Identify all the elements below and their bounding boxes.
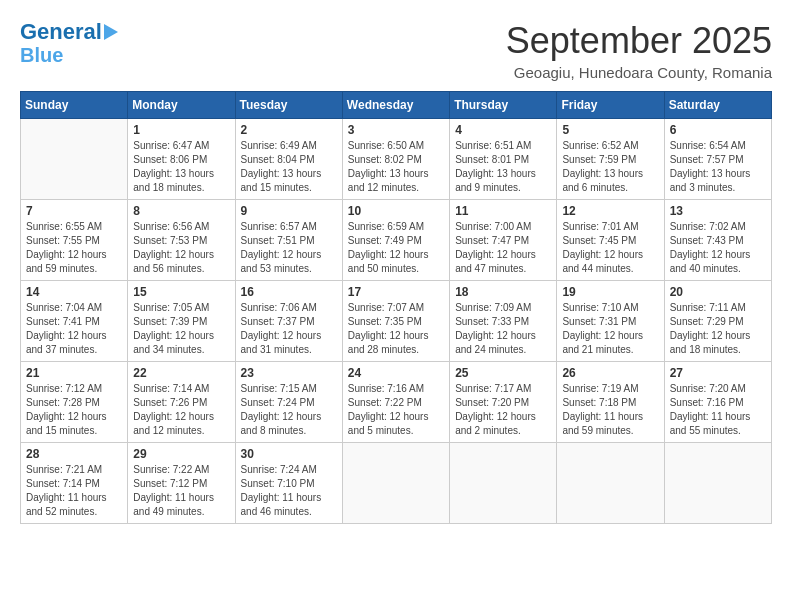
calendar-cell: 1Sunrise: 6:47 AM Sunset: 8:06 PM Daylig… — [128, 119, 235, 200]
calendar-cell — [21, 119, 128, 200]
header-tuesday: Tuesday — [235, 92, 342, 119]
day-info: Sunrise: 6:56 AM Sunset: 7:53 PM Dayligh… — [133, 220, 229, 276]
calendar-cell: 7Sunrise: 6:55 AM Sunset: 7:55 PM Daylig… — [21, 200, 128, 281]
day-info: Sunrise: 7:01 AM Sunset: 7:45 PM Dayligh… — [562, 220, 658, 276]
day-info: Sunrise: 7:10 AM Sunset: 7:31 PM Dayligh… — [562, 301, 658, 357]
month-title: September 2025 — [506, 20, 772, 62]
calendar-cell: 14Sunrise: 7:04 AM Sunset: 7:41 PM Dayli… — [21, 281, 128, 362]
calendar-table: SundayMondayTuesdayWednesdayThursdayFrid… — [20, 91, 772, 524]
header-monday: Monday — [128, 92, 235, 119]
day-number: 26 — [562, 366, 658, 380]
day-number: 10 — [348, 204, 444, 218]
calendar-cell — [664, 443, 771, 524]
day-number: 8 — [133, 204, 229, 218]
day-number: 11 — [455, 204, 551, 218]
calendar-week-1: 7Sunrise: 6:55 AM Sunset: 7:55 PM Daylig… — [21, 200, 772, 281]
calendar-cell: 15Sunrise: 7:05 AM Sunset: 7:39 PM Dayli… — [128, 281, 235, 362]
day-info: Sunrise: 7:19 AM Sunset: 7:18 PM Dayligh… — [562, 382, 658, 438]
day-number: 16 — [241, 285, 337, 299]
day-info: Sunrise: 6:47 AM Sunset: 8:06 PM Dayligh… — [133, 139, 229, 195]
calendar-cell: 24Sunrise: 7:16 AM Sunset: 7:22 PM Dayli… — [342, 362, 449, 443]
calendar-cell: 21Sunrise: 7:12 AM Sunset: 7:28 PM Dayli… — [21, 362, 128, 443]
day-info: Sunrise: 6:51 AM Sunset: 8:01 PM Dayligh… — [455, 139, 551, 195]
day-info: Sunrise: 7:17 AM Sunset: 7:20 PM Dayligh… — [455, 382, 551, 438]
calendar-header-row: SundayMondayTuesdayWednesdayThursdayFrid… — [21, 92, 772, 119]
logo-blue: Blue — [20, 44, 63, 66]
day-info: Sunrise: 7:11 AM Sunset: 7:29 PM Dayligh… — [670, 301, 766, 357]
day-info: Sunrise: 6:54 AM Sunset: 7:57 PM Dayligh… — [670, 139, 766, 195]
calendar-cell: 13Sunrise: 7:02 AM Sunset: 7:43 PM Dayli… — [664, 200, 771, 281]
day-number: 1 — [133, 123, 229, 137]
title-area: September 2025 Geoagiu, Hunedoara County… — [506, 20, 772, 81]
day-info: Sunrise: 6:49 AM Sunset: 8:04 PM Dayligh… — [241, 139, 337, 195]
day-number: 19 — [562, 285, 658, 299]
day-info: Sunrise: 7:15 AM Sunset: 7:24 PM Dayligh… — [241, 382, 337, 438]
calendar-cell: 5Sunrise: 6:52 AM Sunset: 7:59 PM Daylig… — [557, 119, 664, 200]
day-number: 28 — [26, 447, 122, 461]
day-info: Sunrise: 7:16 AM Sunset: 7:22 PM Dayligh… — [348, 382, 444, 438]
day-number: 21 — [26, 366, 122, 380]
calendar-cell: 9Sunrise: 6:57 AM Sunset: 7:51 PM Daylig… — [235, 200, 342, 281]
day-number: 24 — [348, 366, 444, 380]
calendar-cell: 2Sunrise: 6:49 AM Sunset: 8:04 PM Daylig… — [235, 119, 342, 200]
calendar-cell: 19Sunrise: 7:10 AM Sunset: 7:31 PM Dayli… — [557, 281, 664, 362]
location-subtitle: Geoagiu, Hunedoara County, Romania — [506, 64, 772, 81]
calendar-cell: 28Sunrise: 7:21 AM Sunset: 7:14 PM Dayli… — [21, 443, 128, 524]
day-number: 20 — [670, 285, 766, 299]
header-sunday: Sunday — [21, 92, 128, 119]
page-header: General Blue September 2025 Geoagiu, Hun… — [20, 20, 772, 81]
day-number: 4 — [455, 123, 551, 137]
day-number: 13 — [670, 204, 766, 218]
day-number: 3 — [348, 123, 444, 137]
day-number: 18 — [455, 285, 551, 299]
day-number: 22 — [133, 366, 229, 380]
calendar-cell: 8Sunrise: 6:56 AM Sunset: 7:53 PM Daylig… — [128, 200, 235, 281]
header-saturday: Saturday — [664, 92, 771, 119]
calendar-cell — [342, 443, 449, 524]
calendar-cell: 6Sunrise: 6:54 AM Sunset: 7:57 PM Daylig… — [664, 119, 771, 200]
day-number: 27 — [670, 366, 766, 380]
day-info: Sunrise: 7:21 AM Sunset: 7:14 PM Dayligh… — [26, 463, 122, 519]
calendar-cell: 4Sunrise: 6:51 AM Sunset: 8:01 PM Daylig… — [450, 119, 557, 200]
calendar-cell: 23Sunrise: 7:15 AM Sunset: 7:24 PM Dayli… — [235, 362, 342, 443]
day-number: 15 — [133, 285, 229, 299]
day-info: Sunrise: 7:24 AM Sunset: 7:10 PM Dayligh… — [241, 463, 337, 519]
logo: General Blue — [20, 20, 118, 66]
day-info: Sunrise: 7:04 AM Sunset: 7:41 PM Dayligh… — [26, 301, 122, 357]
day-number: 17 — [348, 285, 444, 299]
calendar-week-3: 21Sunrise: 7:12 AM Sunset: 7:28 PM Dayli… — [21, 362, 772, 443]
day-number: 23 — [241, 366, 337, 380]
day-info: Sunrise: 6:52 AM Sunset: 7:59 PM Dayligh… — [562, 139, 658, 195]
calendar-week-0: 1Sunrise: 6:47 AM Sunset: 8:06 PM Daylig… — [21, 119, 772, 200]
day-info: Sunrise: 7:09 AM Sunset: 7:33 PM Dayligh… — [455, 301, 551, 357]
day-info: Sunrise: 7:00 AM Sunset: 7:47 PM Dayligh… — [455, 220, 551, 276]
day-number: 9 — [241, 204, 337, 218]
day-info: Sunrise: 7:07 AM Sunset: 7:35 PM Dayligh… — [348, 301, 444, 357]
day-number: 12 — [562, 204, 658, 218]
calendar-cell: 3Sunrise: 6:50 AM Sunset: 8:02 PM Daylig… — [342, 119, 449, 200]
calendar-cell — [450, 443, 557, 524]
day-number: 29 — [133, 447, 229, 461]
logo-arrow-icon — [104, 24, 118, 40]
calendar-cell: 30Sunrise: 7:24 AM Sunset: 7:10 PM Dayli… — [235, 443, 342, 524]
day-info: Sunrise: 7:12 AM Sunset: 7:28 PM Dayligh… — [26, 382, 122, 438]
calendar-cell: 10Sunrise: 6:59 AM Sunset: 7:49 PM Dayli… — [342, 200, 449, 281]
day-info: Sunrise: 6:57 AM Sunset: 7:51 PM Dayligh… — [241, 220, 337, 276]
calendar-cell: 11Sunrise: 7:00 AM Sunset: 7:47 PM Dayli… — [450, 200, 557, 281]
calendar-week-4: 28Sunrise: 7:21 AM Sunset: 7:14 PM Dayli… — [21, 443, 772, 524]
day-number: 5 — [562, 123, 658, 137]
calendar-cell: 26Sunrise: 7:19 AM Sunset: 7:18 PM Dayli… — [557, 362, 664, 443]
calendar-week-2: 14Sunrise: 7:04 AM Sunset: 7:41 PM Dayli… — [21, 281, 772, 362]
day-number: 6 — [670, 123, 766, 137]
day-number: 14 — [26, 285, 122, 299]
calendar-cell: 17Sunrise: 7:07 AM Sunset: 7:35 PM Dayli… — [342, 281, 449, 362]
day-number: 2 — [241, 123, 337, 137]
day-info: Sunrise: 7:14 AM Sunset: 7:26 PM Dayligh… — [133, 382, 229, 438]
calendar-cell: 20Sunrise: 7:11 AM Sunset: 7:29 PM Dayli… — [664, 281, 771, 362]
header-wednesday: Wednesday — [342, 92, 449, 119]
calendar-cell: 12Sunrise: 7:01 AM Sunset: 7:45 PM Dayli… — [557, 200, 664, 281]
calendar-body: 1Sunrise: 6:47 AM Sunset: 8:06 PM Daylig… — [21, 119, 772, 524]
header-thursday: Thursday — [450, 92, 557, 119]
day-info: Sunrise: 7:20 AM Sunset: 7:16 PM Dayligh… — [670, 382, 766, 438]
calendar-cell — [557, 443, 664, 524]
